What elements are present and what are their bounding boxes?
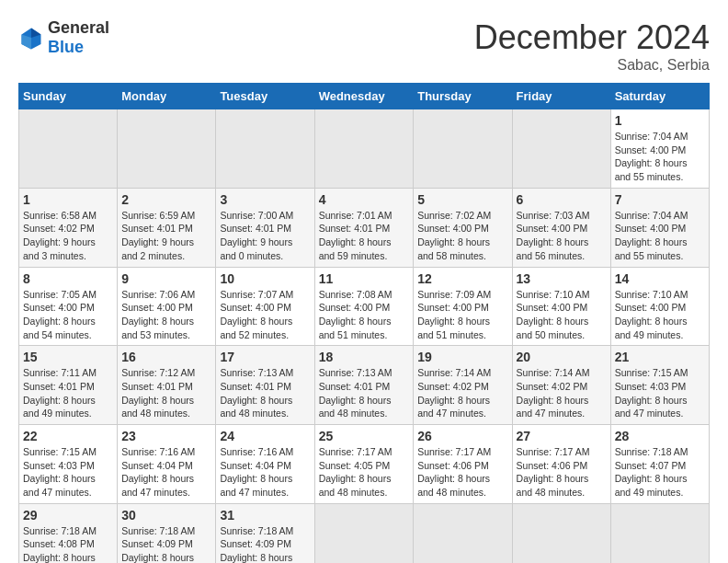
day-info: Sunrise: 7:10 AMSunset: 4:00 PMDaylight:… [517,288,607,342]
calendar-cell: 25 Sunrise: 7:17 AMSunset: 4:05 PMDaylig… [314,425,414,504]
day-info: Sunrise: 7:03 AMSunset: 4:00 PMDaylight:… [517,209,607,263]
calendar-week-2: 1 Sunrise: 6:58 AMSunset: 4:02 PMDayligh… [19,188,710,267]
day-info: Sunrise: 6:58 AMSunset: 4:02 PMDaylight:… [23,209,113,263]
calendar-table: SundayMondayTuesdayWednesdayThursdayFrid… [18,83,710,563]
calendar-cell [414,109,512,189]
calendar-cell: 16 Sunrise: 7:12 AMSunset: 4:01 PMDaylig… [118,346,216,425]
page-header: General Blue December 2024 Sabac, Serbia [18,18,710,74]
calendar-cell [118,109,216,189]
day-info: Sunrise: 7:18 AMSunset: 4:08 PMDaylight:… [23,524,113,563]
weekday-header-wednesday: Wednesday [314,84,414,109]
day-info: Sunrise: 7:04 AMSunset: 4:00 PMDaylight:… [615,130,705,184]
calendar-cell [216,109,314,189]
day-number: 18 [319,350,410,364]
day-info: Sunrise: 7:11 AMSunset: 4:01 PMDaylight:… [23,366,113,420]
weekday-header-friday: Friday [512,84,610,109]
calendar-cell [512,503,610,563]
day-info: Sunrise: 7:02 AMSunset: 4:00 PMDaylight:… [417,209,507,263]
day-number: 9 [121,271,211,286]
month-title: December 2024 [474,18,710,57]
day-number: 10 [220,271,310,286]
day-info: Sunrise: 7:17 AMSunset: 4:06 PMDaylight:… [417,445,507,500]
day-number: 15 [23,350,113,364]
day-number: 4 [319,192,410,207]
calendar-cell: 26 Sunrise: 7:17 AMSunset: 4:06 PMDaylig… [414,425,512,504]
calendar-cell: 2 Sunrise: 6:59 AMSunset: 4:01 PMDayligh… [118,188,216,267]
calendar-cell: 9 Sunrise: 7:06 AMSunset: 4:00 PMDayligh… [118,267,216,346]
day-info: Sunrise: 7:07 AMSunset: 4:00 PMDaylight:… [220,288,310,342]
calendar-cell: 22 Sunrise: 7:15 AMSunset: 4:03 PMDaylig… [19,425,118,504]
logo-icon [18,25,44,51]
day-number: 25 [319,429,410,443]
day-info: Sunrise: 7:16 AMSunset: 4:04 PMDaylight:… [121,445,211,500]
calendar-cell: 1 Sunrise: 7:04 AMSunset: 4:00 PMDayligh… [610,109,709,189]
day-number: 30 [121,508,211,523]
calendar-week-1: 1 Sunrise: 7:04 AMSunset: 4:00 PMDayligh… [19,109,710,189]
day-info: Sunrise: 7:15 AMSunset: 4:03 PMDaylight:… [23,445,113,500]
day-info: Sunrise: 7:10 AMSunset: 4:00 PMDaylight:… [615,288,705,342]
day-info: Sunrise: 7:17 AMSunset: 4:05 PMDaylight:… [319,445,410,500]
day-number: 14 [615,271,705,286]
day-info: Sunrise: 7:15 AMSunset: 4:03 PMDaylight:… [615,366,705,420]
day-info: Sunrise: 7:13 AMSunset: 4:01 PMDaylight:… [319,366,410,420]
day-number: 28 [615,429,705,443]
calendar-cell: 13 Sunrise: 7:10 AMSunset: 4:00 PMDaylig… [512,267,610,346]
day-number: 1 [615,113,705,128]
calendar-cell: 11 Sunrise: 7:08 AMSunset: 4:00 PMDaylig… [314,267,414,346]
calendar-cell: 17 Sunrise: 7:13 AMSunset: 4:01 PMDaylig… [216,346,314,425]
logo: General Blue [18,18,109,57]
day-info: Sunrise: 7:18 AMSunset: 4:09 PMDaylight:… [121,524,211,563]
day-number: 7 [615,192,705,207]
day-number: 12 [417,271,507,286]
calendar-cell: 29 Sunrise: 7:18 AMSunset: 4:08 PMDaylig… [19,503,118,563]
day-number: 3 [220,192,310,207]
day-number: 19 [417,350,507,364]
calendar-cell [19,109,118,189]
day-info: Sunrise: 7:08 AMSunset: 4:00 PMDaylight:… [319,288,410,342]
day-info: Sunrise: 7:01 AMSunset: 4:01 PMDaylight:… [319,209,410,263]
day-info: Sunrise: 7:09 AMSunset: 4:00 PMDaylight:… [417,288,507,342]
day-info: Sunrise: 7:04 AMSunset: 4:00 PMDaylight:… [615,209,705,263]
calendar-cell: 15 Sunrise: 7:11 AMSunset: 4:01 PMDaylig… [19,346,118,425]
day-number: 27 [517,429,607,443]
day-number: 16 [121,350,211,364]
day-number: 26 [417,429,507,443]
day-number: 6 [517,192,607,207]
day-info: Sunrise: 7:16 AMSunset: 4:04 PMDaylight:… [220,445,310,500]
calendar-week-3: 8 Sunrise: 7:05 AMSunset: 4:00 PMDayligh… [19,267,710,346]
calendar-cell: 31 Sunrise: 7:18 AMSunset: 4:09 PMDaylig… [216,503,314,563]
day-number: 31 [220,508,310,523]
day-info: Sunrise: 7:12 AMSunset: 4:01 PMDaylight:… [121,366,211,420]
calendar-cell: 6 Sunrise: 7:03 AMSunset: 4:00 PMDayligh… [512,188,610,267]
day-info: Sunrise: 7:18 AMSunset: 4:09 PMDaylight:… [220,524,310,563]
day-number: 17 [220,350,310,364]
calendar-cell: 5 Sunrise: 7:02 AMSunset: 4:00 PMDayligh… [414,188,512,267]
calendar-cell: 1 Sunrise: 6:58 AMSunset: 4:02 PMDayligh… [19,188,118,267]
day-number: 1 [23,192,113,207]
day-info: Sunrise: 7:06 AMSunset: 4:00 PMDaylight:… [121,288,211,342]
day-number: 21 [615,350,705,364]
day-info: Sunrise: 7:18 AMSunset: 4:07 PMDaylight:… [615,445,705,500]
weekday-header-thursday: Thursday [414,84,512,109]
day-number: 29 [23,508,113,523]
weekday-header-sunday: Sunday [19,84,118,109]
day-info: Sunrise: 7:17 AMSunset: 4:06 PMDaylight:… [517,445,607,500]
calendar-week-6: 29 Sunrise: 7:18 AMSunset: 4:08 PMDaylig… [19,503,710,563]
day-info: Sunrise: 7:14 AMSunset: 4:02 PMDaylight:… [417,366,507,420]
calendar-cell: 23 Sunrise: 7:16 AMSunset: 4:04 PMDaylig… [118,425,216,504]
calendar-cell: 20 Sunrise: 7:14 AMSunset: 4:02 PMDaylig… [512,346,610,425]
calendar-cell [414,503,512,563]
calendar-cell: 10 Sunrise: 7:07 AMSunset: 4:00 PMDaylig… [216,267,314,346]
day-number: 13 [517,271,607,286]
calendar-cell: 28 Sunrise: 7:18 AMSunset: 4:07 PMDaylig… [610,425,709,504]
weekday-header-tuesday: Tuesday [216,84,314,109]
calendar-cell: 24 Sunrise: 7:16 AMSunset: 4:04 PMDaylig… [216,425,314,504]
calendar-cell: 21 Sunrise: 7:15 AMSunset: 4:03 PMDaylig… [610,346,709,425]
calendar-cell: 12 Sunrise: 7:09 AMSunset: 4:00 PMDaylig… [414,267,512,346]
calendar-cell: 8 Sunrise: 7:05 AMSunset: 4:00 PMDayligh… [19,267,118,346]
day-info: Sunrise: 6:59 AMSunset: 4:01 PMDaylight:… [121,209,211,263]
calendar-cell: 19 Sunrise: 7:14 AMSunset: 4:02 PMDaylig… [414,346,512,425]
calendar-cell: 3 Sunrise: 7:00 AMSunset: 4:01 PMDayligh… [216,188,314,267]
day-number: 23 [121,429,211,443]
calendar-cell [512,109,610,189]
